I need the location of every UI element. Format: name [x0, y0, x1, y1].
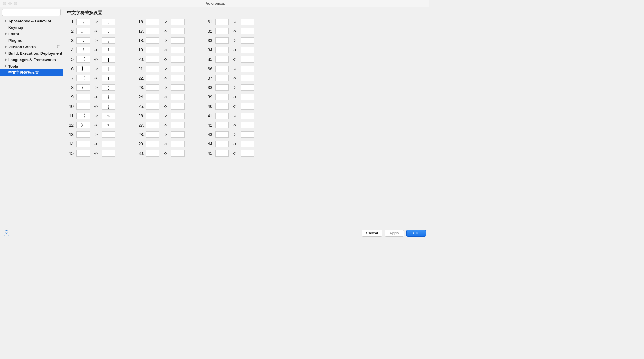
- to-input[interactable]: [241, 75, 254, 81]
- to-input[interactable]: [171, 66, 185, 72]
- to-input[interactable]: [102, 94, 115, 100]
- from-input[interactable]: [146, 84, 159, 91]
- to-input[interactable]: [171, 141, 185, 147]
- from-input[interactable]: [215, 150, 229, 157]
- to-input[interactable]: [102, 131, 115, 138]
- from-input[interactable]: [146, 113, 159, 119]
- to-input[interactable]: [102, 56, 115, 63]
- from-input[interactable]: [76, 141, 90, 147]
- to-input[interactable]: [102, 47, 115, 53]
- to-input[interactable]: [241, 56, 254, 63]
- from-input[interactable]: [76, 56, 90, 63]
- to-input[interactable]: [102, 113, 115, 119]
- to-input[interactable]: [171, 94, 185, 100]
- from-input[interactable]: [146, 66, 159, 72]
- to-input[interactable]: [171, 103, 185, 110]
- from-input[interactable]: [76, 28, 90, 34]
- to-input[interactable]: [241, 141, 254, 147]
- to-input[interactable]: [171, 28, 185, 34]
- to-input[interactable]: [241, 150, 254, 157]
- from-input[interactable]: [76, 75, 90, 81]
- to-input[interactable]: [241, 103, 254, 110]
- from-input[interactable]: [215, 47, 229, 53]
- sidebar-item[interactable]: Appearance & Behavior: [0, 18, 63, 24]
- from-input[interactable]: [146, 75, 159, 81]
- to-input[interactable]: [171, 37, 185, 44]
- zoom-icon[interactable]: [14, 2, 17, 5]
- cancel-button[interactable]: Cancel: [362, 230, 382, 237]
- to-input[interactable]: [171, 122, 185, 128]
- to-input[interactable]: [241, 131, 254, 138]
- from-input[interactable]: [146, 94, 159, 100]
- to-input[interactable]: [241, 113, 254, 119]
- to-input[interactable]: [241, 19, 254, 25]
- from-input[interactable]: [76, 122, 90, 128]
- from-input[interactable]: [146, 28, 159, 34]
- sidebar-item[interactable]: Tools: [0, 63, 63, 69]
- from-input[interactable]: [215, 84, 229, 91]
- from-input[interactable]: [76, 131, 90, 138]
- from-input[interactable]: [146, 103, 159, 110]
- to-input[interactable]: [171, 150, 185, 157]
- from-input[interactable]: [215, 19, 229, 25]
- to-input[interactable]: [241, 47, 254, 53]
- to-input[interactable]: [102, 84, 115, 91]
- to-input[interactable]: [241, 37, 254, 44]
- to-input[interactable]: [171, 47, 185, 53]
- from-input[interactable]: [146, 37, 159, 44]
- from-input[interactable]: [215, 131, 229, 138]
- to-input[interactable]: [102, 66, 115, 72]
- to-input[interactable]: [102, 103, 115, 110]
- to-input[interactable]: [102, 28, 115, 34]
- sidebar-item[interactable]: Build, Execution, Deployment: [0, 50, 63, 56]
- from-input[interactable]: [146, 47, 159, 53]
- to-input[interactable]: [241, 28, 254, 34]
- from-input[interactable]: [215, 94, 229, 100]
- sidebar-item[interactable]: Version Control: [0, 43, 63, 50]
- from-input[interactable]: [76, 47, 90, 53]
- from-input[interactable]: [146, 122, 159, 128]
- to-input[interactable]: [102, 19, 115, 25]
- apply-button[interactable]: Apply: [385, 230, 404, 237]
- from-input[interactable]: [76, 37, 90, 44]
- from-input[interactable]: [146, 141, 159, 147]
- to-input[interactable]: [241, 84, 254, 91]
- search-input[interactable]: [2, 9, 61, 16]
- minimize-icon[interactable]: [8, 2, 12, 5]
- from-input[interactable]: [76, 150, 90, 157]
- to-input[interactable]: [171, 75, 185, 81]
- from-input[interactable]: [76, 113, 90, 119]
- to-input[interactable]: [171, 113, 185, 119]
- from-input[interactable]: [76, 84, 90, 91]
- sidebar-item[interactable]: Editor: [0, 31, 63, 37]
- from-input[interactable]: [215, 28, 229, 34]
- to-input[interactable]: [102, 37, 115, 44]
- from-input[interactable]: [215, 75, 229, 81]
- from-input[interactable]: [146, 56, 159, 63]
- sidebar-item[interactable]: 中文字符替换设置: [0, 69, 63, 76]
- to-input[interactable]: [102, 75, 115, 81]
- to-input[interactable]: [171, 131, 185, 138]
- from-input[interactable]: [76, 19, 90, 25]
- to-input[interactable]: [241, 94, 254, 100]
- from-input[interactable]: [215, 37, 229, 44]
- from-input[interactable]: [146, 19, 159, 25]
- from-input[interactable]: [215, 113, 229, 119]
- from-input[interactable]: [76, 103, 90, 110]
- sidebar-item[interactable]: Plugins: [0, 37, 63, 43]
- from-input[interactable]: [215, 56, 229, 63]
- from-input[interactable]: [215, 141, 229, 147]
- close-icon[interactable]: [3, 2, 6, 5]
- to-input[interactable]: [241, 122, 254, 128]
- from-input[interactable]: [146, 131, 159, 138]
- to-input[interactable]: [171, 56, 185, 63]
- from-input[interactable]: [76, 94, 90, 100]
- from-input[interactable]: [76, 66, 90, 72]
- to-input[interactable]: [171, 19, 185, 25]
- from-input[interactable]: [215, 122, 229, 128]
- sidebar-item[interactable]: Languages & Frameworks: [0, 56, 63, 63]
- from-input[interactable]: [215, 103, 229, 110]
- to-input[interactable]: [241, 66, 254, 72]
- help-button[interactable]: ?: [4, 230, 9, 236]
- from-input[interactable]: [215, 66, 229, 72]
